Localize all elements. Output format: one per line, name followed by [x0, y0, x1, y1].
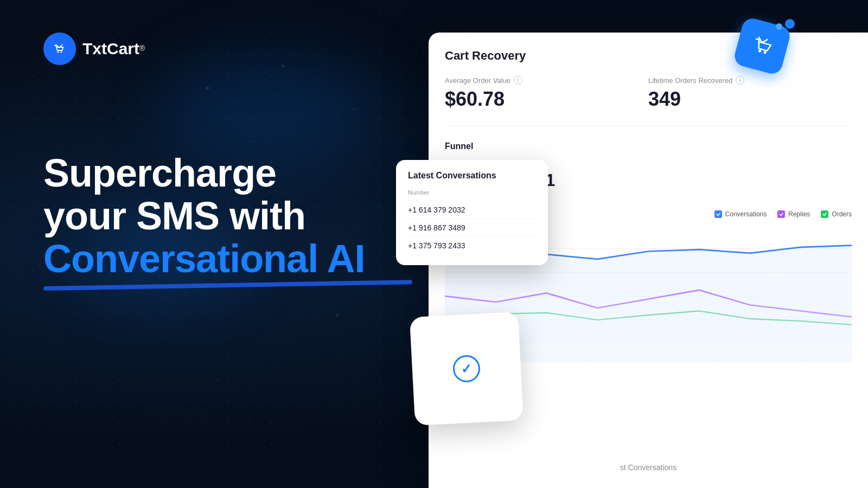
funnel-title: Funnel: [445, 142, 852, 151]
headline-text: Supercharge your SMS with Conversational…: [43, 152, 467, 281]
svg-point-1: [58, 52, 59, 53]
badge-dots: [776, 19, 795, 30]
avg-order-value: $60.78: [445, 88, 648, 111]
checkmark-icon: ✓: [452, 355, 481, 383]
check-card: ✓: [410, 312, 524, 426]
avg-order-metric: Average Order Value i $60.78: [445, 76, 648, 111]
lifetime-orders-value: 349: [648, 88, 852, 111]
legend-orders: Orders: [821, 210, 852, 218]
legend-replies: Replies: [777, 210, 810, 218]
logo-text: TxtCart®: [82, 40, 145, 58]
svg-point-2: [61, 52, 62, 53]
logo-area: TxtCart®: [43, 33, 467, 65]
svg-point-3: [758, 49, 761, 53]
card-title: Cart Recovery: [445, 49, 852, 63]
lifetime-orders-label: Lifetime Orders Recovered i: [648, 76, 852, 85]
svg-point-0: [52, 41, 68, 57]
deco-dot: [336, 314, 339, 317]
avg-order-label: Average Order Value i: [445, 76, 648, 85]
left-panel: TxtCart® Supercharge your SMS with Conve…: [43, 33, 467, 291]
legend-replies-check: [777, 210, 785, 218]
lifetime-orders-info-icon[interactable]: i: [736, 76, 744, 85]
check-icon-2: [778, 211, 784, 217]
deco-dot: [217, 380, 219, 381]
check-icon: [716, 211, 721, 217]
lifetime-orders-metric: Lifetime Orders Recovered i 349: [648, 76, 852, 111]
legend-conversations-check: [714, 210, 722, 218]
avg-order-info-icon[interactable]: i: [514, 76, 522, 85]
logo-icon: [43, 33, 76, 65]
floating-badge: [738, 22, 787, 70]
underline-decoration: [43, 280, 412, 291]
check-icon-3: [822, 211, 827, 217]
legend-conversations: Conversations: [714, 210, 767, 218]
headline: Supercharge your SMS with Conversational…: [43, 152, 467, 291]
cart-icon: [51, 40, 68, 57]
right-panel: Cart Recovery Average Order Value i $60.…: [396, 0, 868, 488]
legend-orders-check: [821, 210, 828, 218]
metrics-row: Average Order Value i $60.78 Lifetime Or…: [445, 76, 852, 126]
badge-cart-icon: [746, 30, 778, 62]
dot-large: [785, 19, 795, 29]
svg-point-4: [763, 51, 767, 54]
bottom-conversations-label: st Conversations: [620, 463, 676, 472]
dot-small: [776, 23, 782, 30]
